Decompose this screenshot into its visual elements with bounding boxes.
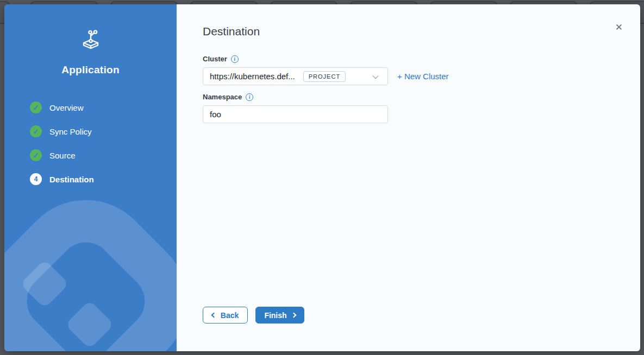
step-sync-policy: ✓ Sync Policy [4,119,177,143]
cluster-label-row: Cluster i [203,55,640,63]
step-destination: 4 Destination [4,167,177,191]
step-label: Source [49,151,76,160]
wizard-sidebar: Application ✓ Overview ✓ Sync Policy ✓ S… [4,4,177,351]
wizard-steps: ✓ Overview ✓ Sync Policy ✓ Source 4 Dest… [4,96,177,191]
close-icon[interactable]: ✕ [615,23,623,32]
namespace-label: Namespace [203,93,242,101]
finish-button[interactable]: Finish [255,307,304,324]
wizard-actions: Back Finish [203,307,304,324]
cluster-label: Cluster [203,55,227,63]
info-icon[interactable]: i [246,93,253,101]
new-cluster-link[interactable]: + New Cluster [397,72,449,81]
check-circle-icon: ✓ [30,149,42,161]
step-label: Sync Policy [49,127,92,136]
chevron-left-icon [211,313,216,318]
back-button[interactable]: Back [203,307,248,324]
step-overview: ✓ Overview [4,96,177,119]
destination-panel: ✕ Destination Cluster i https://kubernet… [177,4,640,351]
application-wizard-modal: Application ✓ Overview ✓ Sync Policy ✓ S… [4,4,640,351]
step-label: Destination [49,175,94,184]
chevron-down-icon [372,72,378,78]
project-badge: PROJECT [303,71,346,82]
chevron-right-icon [291,313,296,318]
check-circle-icon: ✓ [30,102,42,113]
namespace-input[interactable] [203,105,388,123]
step-label: Overview [49,103,84,112]
check-circle-icon: ✓ [30,125,42,137]
argo-cd-logo-icon [4,27,177,52]
step-number-badge: 4 [30,173,42,185]
step-source: ✓ Source [4,143,177,167]
cluster-select-value: https://kubernetes.def... [210,72,295,81]
namespace-label-row: Namespace i [203,93,640,101]
cluster-select[interactable]: https://kubernetes.def... PROJECT [203,67,388,85]
wizard-title: Application [4,64,177,76]
argo-watermark-pattern [4,167,177,351]
cluster-row: https://kubernetes.def... PROJECT + New … [203,67,640,85]
info-icon[interactable]: i [231,55,239,63]
finish-button-label: Finish [264,311,286,320]
panel-title: Destination [203,25,640,38]
back-button-label: Back [221,311,239,320]
